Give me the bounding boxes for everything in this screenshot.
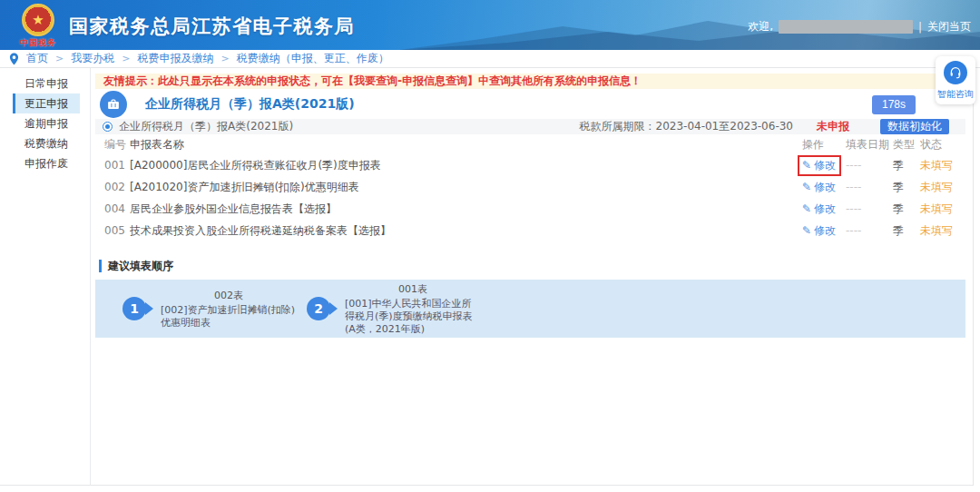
row-type: 季 — [893, 158, 920, 173]
table-row: 001 [A200000]居民企业所得税查账征收月(季)度申报表 ✎修改 ---… — [95, 154, 965, 176]
sidebar-item-richang-shenbao[interactable]: 日常申报 — [13, 74, 80, 93]
col-header-type: 类型 — [893, 137, 920, 153]
modify-link[interactable]: ✎修改 — [802, 223, 836, 239]
welcome-label: 欢迎, — [748, 19, 773, 34]
national-emblem-icon: ★ — [22, 4, 54, 36]
data-init-button[interactable]: 数据初始化 — [880, 119, 949, 134]
row-no: 004 — [95, 202, 130, 215]
form-card-title: 企业所得税月（季）报A类(2021版) — [145, 96, 355, 113]
form-radio-selected[interactable] — [103, 122, 113, 132]
breadcrumb-separator: > — [55, 53, 64, 64]
form-card-header: 企业所得税月（季）报A类(2021版) 178s — [95, 90, 965, 119]
modify-link[interactable]: ✎修改 — [802, 202, 836, 217]
breadcrumb-separator: > — [220, 53, 229, 64]
sidebar-item-yuqi-shenbao[interactable]: 逾期申报 — [13, 113, 80, 133]
tax-period-label: 税款所属期限： — [580, 120, 656, 133]
page: ★ 中国税务 国家税务总局江苏省电子税务局 欢迎, | 关闭当页 首页 > 我要… — [0, 0, 980, 492]
order-section-title: 建议填表顺序 — [99, 260, 965, 272]
table-row: 004 居民企业参股外国企业信息报告表【选报】 ✎修改 ---- 季 未填写 — [95, 198, 965, 220]
row-no: 001 — [95, 159, 130, 172]
col-header-action: 操作 — [802, 137, 846, 153]
row-form-name: 居民企业参股外国企业信息报告表【选报】 — [130, 202, 802, 217]
row-fill-date: ---- — [846, 159, 893, 172]
sidebar: 日常申报 更正申报 逾期申报 税费缴纳 申报作废 — [0, 68, 91, 485]
form-selector-row: 企业所得税月（季）报A类(2021版) 税款所属期限：2023-04-01至20… — [95, 119, 965, 134]
table-row: 002 [A201020]资产加速折旧摊销(扣除)优惠明细表 ✎修改 ---- … — [95, 176, 965, 198]
main-area: 日常申报 更正申报 逾期申报 税费缴纳 申报作废 友情提示：此处只显示在本系统的… — [0, 68, 974, 486]
sidebar-item-shuifei-jiaona[interactable]: 税费缴纳 — [13, 133, 80, 153]
breadcrumb-home[interactable]: 首页 — [26, 51, 48, 66]
smart-consult-widget[interactable]: 智能咨询 — [936, 56, 975, 104]
pencil-icon: ✎ — [802, 202, 811, 215]
col-header-date: 填表日期 — [846, 137, 893, 153]
briefcase-icon — [100, 91, 127, 118]
row-fill-date: ---- — [846, 224, 893, 237]
row-form-name: 技术成果投资入股企业所得税递延纳税备案表【选报】 — [130, 223, 802, 239]
row-form-name: [A201020]资产加速折旧摊销(扣除)优惠明细表 — [130, 180, 802, 195]
smart-consult-label: 智能咨询 — [937, 88, 974, 101]
row-no: 005 — [95, 224, 130, 237]
site-title: 国家税务总局江苏省电子税务局 — [69, 14, 355, 39]
row-status: 未填写 — [920, 202, 956, 217]
timer-button[interactable]: 178s — [872, 95, 916, 114]
tax-period-value: 2023-04-01至2023-06-30 — [656, 120, 793, 133]
row-status: 未填写 — [920, 223, 956, 239]
breadcrumb-current[interactable]: 税费缴纳（申报、更正、作废） — [237, 51, 389, 66]
row-type: 季 — [893, 202, 920, 217]
row-fill-date: ---- — [846, 181, 893, 193]
user-name-redacted — [779, 20, 913, 34]
row-no: 002 — [95, 181, 130, 193]
step-2-badge: 2 — [307, 297, 330, 320]
order-panel: 1 002表 [002]资产加速折旧摊销(扣除)优惠明细表 2 001表 [00… — [95, 280, 965, 338]
col-header-no: 编号 — [95, 137, 130, 153]
sidebar-item-shenbao-zuofei[interactable]: 申报作废 — [13, 153, 80, 173]
sidebar-item-gengzheng-shenbao[interactable]: 更正申报 — [13, 93, 80, 113]
header-divider: | — [918, 21, 922, 34]
header-user-area: 欢迎, | 关闭当页 — [748, 19, 971, 34]
content-panel: 友情提示：此处只显示在本系统的申报状态，可在【我要查询-申报信息查询】中查询其他… — [91, 68, 973, 485]
order-step-1: 1 002表 [002]资产加速折旧摊销(扣除)优惠明细表 — [122, 289, 299, 330]
step-2-form-name: [001]中华人民共和国企业所得税月(季)度预缴纳税申报表(A类，2021年版) — [345, 298, 481, 336]
row-status: 未填写 — [920, 180, 956, 195]
row-fill-date: ---- — [846, 202, 893, 215]
step-2-form-no: 001表 — [345, 282, 481, 296]
app-header: ★ 中国税务 国家税务总局江苏省电子税务局 欢迎, | 关闭当页 — [0, 0, 980, 50]
row-type: 季 — [893, 180, 920, 195]
row-type: 季 — [893, 223, 920, 239]
pencil-icon: ✎ — [802, 181, 811, 193]
breadcrumb-shenbao-jiaona[interactable]: 税费申报及缴纳 — [137, 51, 213, 66]
col-header-status: 状态 — [920, 137, 956, 153]
table-header: 编号 申报表名称 操作 填表日期 类型 状态 — [95, 134, 965, 154]
pencil-icon: ✎ — [802, 224, 811, 237]
modify-link[interactable]: ✎修改 — [802, 180, 836, 195]
logo-subtitle: 中国税务 — [15, 37, 62, 49]
row-form-name: [A200000]居民企业所得税查账征收月(季)度申报表 — [130, 158, 802, 173]
breadcrumb-banshui[interactable]: 我要办税 — [71, 51, 114, 66]
pencil-icon: ✎ — [802, 159, 811, 172]
modify-link[interactable]: ✎修改 — [802, 158, 836, 173]
table-row: 005 技术成果投资入股企业所得税递延纳税备案表【选报】 ✎修改 ---- 季 … — [95, 220, 965, 241]
col-header-name: 申报表名称 — [130, 137, 802, 153]
tax-period: 税款所属期限：2023-04-01至2023-06-30 — [580, 119, 793, 134]
friendly-notice: 友情提示：此处只显示在本系统的申报状态，可在【我要查询-申报信息查询】中查询其他… — [95, 74, 965, 89]
order-step-2: 2 001表 [001]中华人民共和国企业所得税月(季)度预缴纳税申报表(A类，… — [307, 282, 484, 336]
headset-icon — [944, 61, 967, 84]
close-page-button[interactable]: 关闭当页 — [927, 19, 971, 34]
form-radio-label: 企业所得税月（季）报A类(2021版) — [119, 119, 293, 134]
breadcrumb: 首页 > 我要办税 > 税费申报及缴纳 > 税费缴纳（申报、更正、作废） — [0, 50, 980, 68]
step-1-badge: 1 — [122, 297, 146, 320]
step-1-form-name: [002]资产加速折旧摊销(扣除)优惠明细表 — [161, 304, 297, 330]
bureau-logo: ★ 中国税务 — [15, 4, 62, 49]
row-status: 未填写 — [920, 158, 956, 173]
step-1-form-no: 002表 — [161, 289, 297, 302]
declare-status-badge: 未申报 — [817, 119, 849, 134]
breadcrumb-separator: > — [122, 53, 130, 64]
location-pin-icon — [9, 53, 19, 65]
